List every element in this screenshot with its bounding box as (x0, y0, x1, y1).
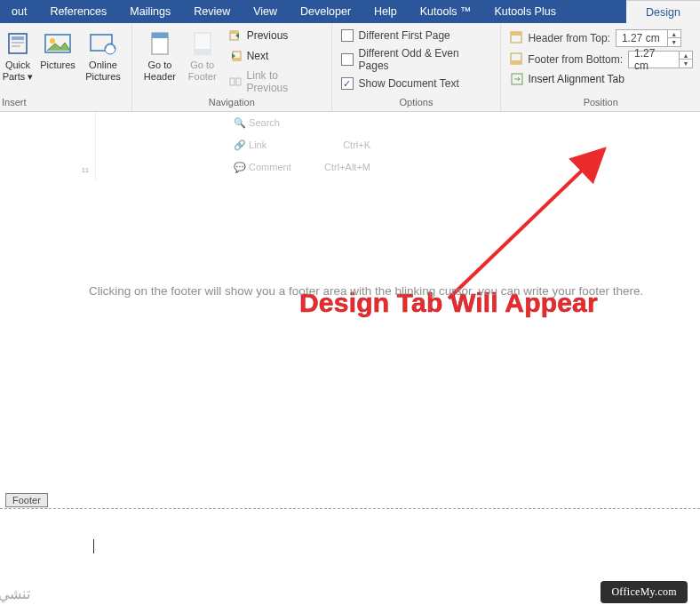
svg-rect-3 (12, 45, 20, 47)
tab-help[interactable]: Help (362, 0, 409, 23)
group-label-navigation: Navigation (138, 97, 326, 111)
checkbox-icon (341, 29, 354, 42)
header-top-icon (510, 31, 524, 45)
spinner-down-icon[interactable]: ▼ (668, 38, 680, 46)
goto-header-icon (146, 29, 174, 58)
footer-bottom-icon (510, 52, 524, 67)
svg-point-5 (50, 38, 55, 44)
different-first-page-checkbox[interactable]: Different First Page (341, 29, 492, 42)
insert-alignment-tab-button[interactable]: Insert Alignment Tab (510, 72, 693, 86)
faded-context-menu: 🔍 Search 🔗 LinkCtrl+K 💬 CommentCtrl+Alt+… (227, 112, 378, 179)
tab-references[interactable]: References (38, 0, 118, 23)
tab-kutools[interactable]: Kutools ™ (409, 0, 483, 23)
vertical-ruler: 11 (78, 112, 96, 179)
tab-kutools-plus[interactable]: Kutools Plus (482, 0, 567, 23)
link-icon (228, 75, 243, 89)
svg-line-23 (449, 149, 604, 299)
checkbox-checked-icon (341, 77, 354, 90)
svg-rect-16 (230, 78, 235, 85)
svg-rect-11 (195, 49, 211, 54)
quick-parts-icon (4, 29, 32, 58)
link-to-previous-button: Link to Previous (225, 68, 326, 96)
group-label-insert: Insert (0, 97, 126, 111)
body-paragraph: Clicking on the footer will show you a f… (89, 283, 668, 300)
footer-tag: Footer (5, 493, 48, 507)
svg-rect-15 (233, 58, 241, 60)
next-icon (228, 49, 243, 63)
arabic-snippet: تنشي (0, 585, 30, 602)
pictures-icon (44, 29, 72, 58)
previous-icon (228, 28, 243, 43)
tab-mailings[interactable]: Mailings (118, 0, 182, 23)
online-pictures-icon (89, 29, 117, 58)
document-area[interactable]: 11 🔍 Search 🔗 LinkCtrl+K 💬 CommentCtrl+A… (0, 112, 700, 613)
tab-layout[interactable]: out (0, 0, 38, 23)
svg-rect-1 (12, 36, 24, 40)
online-pictures-button[interactable]: OnlinePictures (80, 27, 126, 83)
text-cursor (93, 539, 94, 553)
ribbon: QuickParts ▾ Pictures OnlinePictures Ins… (0, 23, 700, 112)
spinner-down-icon[interactable]: ▼ (680, 60, 692, 68)
goto-header-button[interactable]: Go toHeader (138, 27, 182, 83)
tab-developer[interactable]: Developer (289, 0, 362, 23)
svg-rect-17 (236, 78, 241, 85)
header-from-top-label: Header from Top: (528, 32, 610, 44)
svg-rect-13 (230, 31, 238, 34)
checkbox-icon (341, 53, 354, 66)
goto-footer-button: Go toFooter (182, 27, 223, 83)
next-button[interactable]: Next (225, 47, 326, 65)
svg-rect-2 (12, 42, 24, 44)
spinner-up-icon[interactable]: ▲ (668, 30, 680, 38)
previous-button[interactable]: Previous (225, 27, 326, 44)
tab-design[interactable]: Design (626, 0, 700, 24)
footer-from-bottom-spinner[interactable]: 1.27 cm ▲▼ (628, 51, 693, 68)
group-label-position: Position (506, 97, 695, 111)
footer-from-bottom-label: Footer from Bottom: (528, 53, 623, 66)
watermark-badge: OfficeMy.com (601, 581, 688, 603)
svg-point-7 (105, 44, 115, 54)
group-label-options: Options (338, 97, 496, 111)
tab-review[interactable]: Review (182, 0, 242, 23)
pictures-button[interactable]: Pictures (36, 27, 80, 71)
quick-parts-button[interactable]: QuickParts ▾ (0, 27, 36, 83)
show-document-text-checkbox[interactable]: Show Document Text (341, 77, 492, 90)
svg-rect-9 (152, 33, 168, 38)
tab-view[interactable]: View (242, 0, 289, 23)
svg-rect-19 (511, 32, 521, 36)
footer-region[interactable]: Footer (0, 508, 700, 598)
spinner-up-icon[interactable]: ▲ (680, 52, 692, 60)
alignment-tab-icon (510, 72, 524, 86)
different-odd-even-checkbox[interactable]: Different Odd & Even Pages (341, 47, 492, 72)
header-from-top-spinner[interactable]: 1.27 cm ▲▼ (616, 29, 681, 47)
ribbon-tabstrip: out References Mailings Review View Deve… (0, 0, 700, 23)
goto-footer-icon (188, 29, 217, 58)
svg-rect-21 (511, 60, 521, 64)
